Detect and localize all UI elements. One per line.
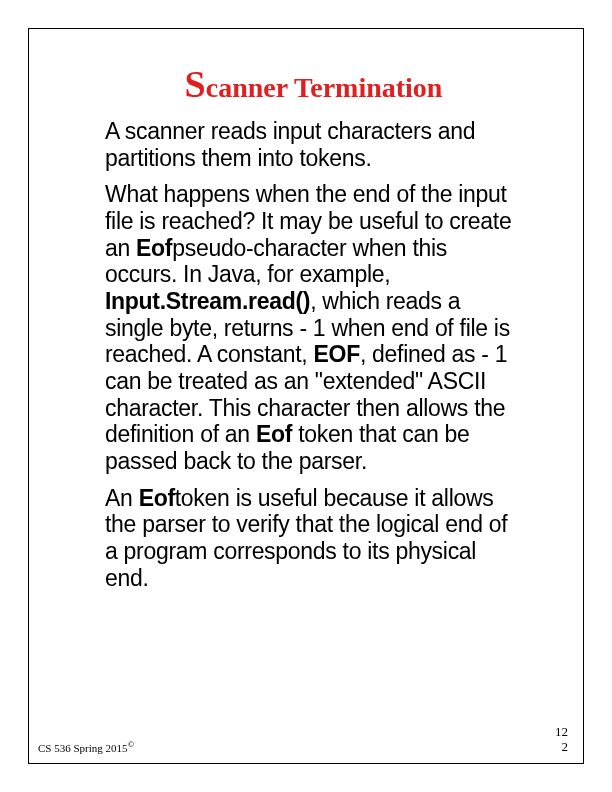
content-area: Scanner Termination A scanner reads inpu… xyxy=(105,62,522,601)
p2-bold-eof2: Eof xyxy=(256,421,292,447)
title-text: canner Termination xyxy=(206,72,443,103)
p3-bold-eof: Eof xyxy=(139,485,175,511)
course-label: CS 536 Spring 2015 xyxy=(38,742,128,754)
title-dropcap: S xyxy=(185,63,206,105)
p3-text-a: An xyxy=(105,485,139,511)
paragraph-1: A scanner reads input characters and par… xyxy=(105,118,522,171)
p2-bold-eofconst: EOF xyxy=(314,341,360,367)
paragraph-3: An Eoftoken is useful because it allows … xyxy=(105,485,522,592)
page-number-top: 12 xyxy=(555,725,568,739)
copyright-symbol: © xyxy=(128,739,135,749)
footer-left: CS 536 Spring 2015© xyxy=(38,739,134,754)
p2-bold-eof: Eof xyxy=(136,235,172,261)
p2-bold-inputstream: Input.Stream.read() xyxy=(105,288,310,314)
page-title: Scanner Termination xyxy=(105,62,522,106)
page-number-bottom: 2 xyxy=(555,740,568,754)
paragraph-2: What happens when the end of the input f… xyxy=(105,181,522,474)
footer-right: 12 2 xyxy=(555,725,568,754)
